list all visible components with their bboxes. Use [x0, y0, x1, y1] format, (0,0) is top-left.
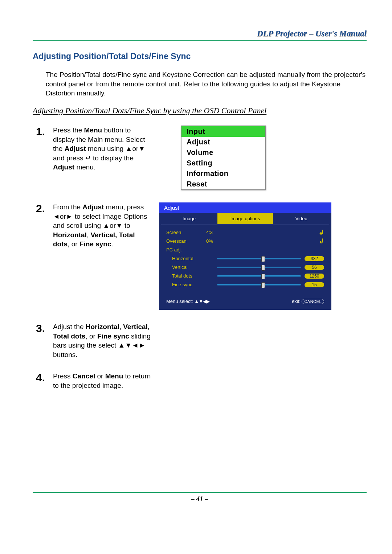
osd-tabs: Image Image options Video — [161, 213, 329, 225]
step-text: Press Cancel or Menu to return to the pr… — [53, 372, 151, 390]
menu-item-information: Information — [181, 168, 265, 179]
doc-title: DLP Projector – User's Manual — [33, 29, 367, 38]
value-vertical: 56 — [305, 265, 324, 270]
step-1: 1. Press the Menu button to display the … — [33, 126, 367, 190]
osd-row-horizontal: Horizontal 332 — [166, 254, 324, 263]
osd-tab-image-options: Image options — [217, 213, 274, 224]
main-menu-box: Input Adjust Volume Setting Information … — [181, 126, 266, 190]
footer-rule — [33, 492, 367, 493]
sub-heading: Adjusting Position/Total Dots/Fine Sync … — [33, 106, 367, 115]
slider-horizontal — [217, 258, 301, 259]
osd-row-totaldots: Total dots 1250 — [166, 272, 324, 280]
page-number: – 41 – — [33, 495, 367, 503]
enter-icon: ↲ — [319, 229, 324, 237]
header-rule — [33, 40, 367, 41]
cancel-pill-icon: CANCEL — [302, 299, 324, 304]
value-finesync: 15 — [305, 282, 324, 287]
osd-row-finesync: Fine sync 15 — [166, 280, 324, 289]
slider-totaldots — [217, 275, 301, 277]
step-text: From the Adjust menu, press ◄or► to sele… — [53, 202, 151, 249]
osd-tab-video: Video — [273, 213, 329, 224]
osd-tab-image: Image — [161, 213, 217, 224]
osd-title: Adjust — [159, 202, 331, 213]
step-3: 3. Adjust the Horizontal, Vertical, Tota… — [33, 322, 367, 360]
step-text: Adjust the Horizontal, Vertical, Total d… — [53, 322, 151, 360]
step-4: 4. Press Cancel or Menu to return to the… — [33, 372, 367, 390]
step-number: 1. — [33, 126, 45, 138]
value-totaldots: 1250 — [305, 274, 324, 279]
osd-body: Screen 4:3 ↲ Overscan 0% ↲ PC adj. — [161, 225, 329, 296]
section-heading: Adjusting Position/Total Dots/Fine Sync — [33, 52, 367, 61]
osd-footer: Menu select: ▲▼◀▶ exit: CANCEL — [161, 296, 329, 308]
manual-page: DLP Projector – User's Manual Adjusting … — [0, 0, 392, 551]
step-number: 4. — [33, 372, 45, 384]
osd-row-screen: Screen 4:3 ↲ — [166, 228, 324, 237]
intro-paragraph: The Position/Total dots/Fine sync and Ke… — [46, 70, 367, 98]
adjust-osd-screenshot: Adjust Image Image options Video Screen … — [159, 202, 367, 310]
slider-vertical — [217, 267, 301, 268]
footer-menu-select: Menu select: — [166, 299, 193, 304]
footer-arrows-icon: ▲▼◀▶ — [194, 299, 209, 304]
osd-panel: Adjust Image Image options Video Screen … — [159, 202, 331, 310]
value-horizontal: 332 — [305, 256, 324, 261]
steps-list: 1. Press the Menu button to display the … — [33, 126, 367, 390]
footer-exit-label: exit: — [292, 299, 301, 304]
menu-item-adjust: Adjust — [181, 137, 265, 147]
step-text: Press the Menu button to display the Mai… — [53, 126, 151, 172]
osd-row-overscan: Overscan 0% ↲ — [166, 237, 324, 246]
osd-row-pcadj: PC adj. — [166, 246, 324, 254]
step-2: 2. From the Adjust menu, press ◄or► to s… — [33, 202, 367, 310]
main-menu-screenshot: Input Adjust Volume Setting Information … — [159, 126, 367, 190]
step-number: 3. — [33, 322, 45, 335]
enter-icon: ↲ — [319, 237, 324, 245]
menu-item-reset: Reset — [181, 179, 265, 189]
menu-item-volume: Volume — [181, 147, 265, 158]
osd-row-vertical: Vertical 56 — [166, 263, 324, 272]
menu-item-setting: Setting — [181, 158, 265, 168]
slider-finesync — [217, 284, 301, 286]
step-number: 2. — [33, 202, 45, 215]
menu-item-input: Input — [181, 126, 265, 137]
